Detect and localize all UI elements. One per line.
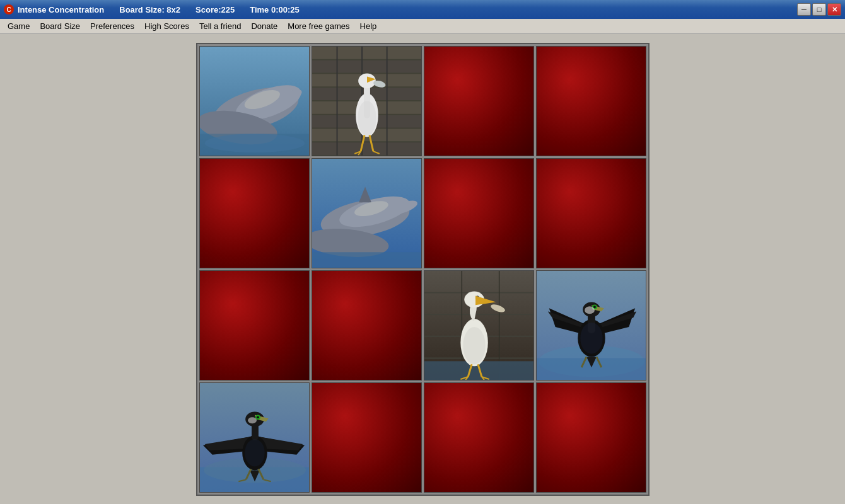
svg-line-176: [424, 400, 533, 413]
svg-line-189: [537, 451, 646, 464]
card-4[interactable]: [199, 158, 310, 268]
svg-rect-173: [312, 383, 421, 492]
svg-rect-163: [312, 383, 421, 492]
card-3[interactable]: [536, 46, 646, 156]
svg-line-100: [200, 328, 309, 340]
svg-point-157: [248, 417, 257, 423]
svg-line-109: [312, 318, 421, 330]
svg-line-64: [237, 159, 262, 268]
svg-rect-33: [424, 47, 533, 156]
svg-rect-57: [200, 159, 309, 268]
svg-line-94: [602, 159, 627, 268]
menu-game[interactable]: Game: [3, 19, 35, 33]
card-8[interactable]: [199, 270, 310, 381]
svg-line-187: [537, 414, 646, 427]
svg-rect-174: [424, 383, 533, 492]
card-11[interactable]: [536, 270, 646, 381]
menu-help[interactable]: Help: [355, 19, 382, 33]
svg-rect-10: [312, 47, 421, 59]
svg-line-79: [424, 214, 533, 224]
svg-line-169: [312, 481, 421, 492]
svg-line-42: [486, 47, 511, 156]
svg-rect-17: [312, 142, 421, 155]
svg-line-181: [443, 383, 468, 492]
menu-more-free-games[interactable]: More free games: [283, 19, 354, 33]
card-15[interactable]: [536, 382, 646, 493]
svg-line-104: [271, 271, 296, 380]
svg-line-171: [351, 383, 376, 492]
svg-line-98: [200, 290, 309, 303]
svg-rect-95: [537, 159, 646, 268]
game-board: [196, 43, 650, 496]
svg-line-111: [312, 355, 421, 367]
svg-line-180: [424, 475, 533, 488]
svg-rect-86: [537, 159, 646, 268]
svg-line-47: [537, 65, 646, 77]
svg-rect-32: [424, 47, 533, 156]
card-10[interactable]: [424, 270, 534, 381]
svg-line-53: [568, 47, 593, 156]
card-0[interactable]: [199, 46, 310, 156]
title-bar: C Intense Concentration Board Size: 8x2 …: [0, 0, 845, 19]
svg-line-60: [200, 199, 309, 212]
card-13[interactable]: [312, 382, 422, 493]
svg-line-192: [579, 383, 604, 492]
svg-line-82: [436, 159, 462, 268]
menu-preferences[interactable]: Preferences: [85, 19, 139, 33]
svg-line-168: [312, 462, 421, 475]
svg-line-101: [200, 346, 309, 359]
svg-line-186: [537, 395, 646, 408]
minimize-button[interactable]: ─: [797, 3, 811, 16]
svg-line-49: [537, 102, 646, 115]
svg-line-167: [312, 444, 421, 456]
svg-line-177: [424, 419, 533, 432]
svg-line-84: [499, 159, 524, 268]
card-1[interactable]: [312, 46, 422, 156]
svg-line-190: [537, 470, 646, 483]
card-7[interactable]: [536, 158, 646, 268]
svg-line-88: [537, 183, 646, 196]
svg-line-193: [610, 383, 635, 492]
svg-rect-185: [537, 383, 646, 492]
menu-donate[interactable]: Donate: [246, 19, 283, 33]
svg-line-35: [424, 65, 533, 77]
svg-point-129: [463, 326, 486, 364]
svg-rect-75: [424, 159, 533, 268]
svg-line-175: [424, 383, 533, 394]
card-9[interactable]: [312, 270, 422, 381]
svg-line-179: [424, 456, 533, 469]
svg-line-52: [537, 47, 562, 156]
time-display: Time 0:00:25: [250, 5, 300, 14]
svg-rect-56: [537, 47, 646, 156]
card-2[interactable]: [424, 46, 534, 156]
menu-high-scores[interactable]: High Scores: [139, 19, 194, 33]
card-14[interactable]: [424, 382, 534, 493]
svg-rect-7: [200, 134, 309, 156]
close-button[interactable]: ✕: [827, 3, 841, 16]
svg-line-170: [319, 383, 344, 492]
svg-point-30: [358, 101, 376, 135]
svg-point-144: [593, 306, 595, 308]
svg-point-162: [245, 438, 265, 466]
svg-rect-66: [200, 159, 309, 268]
svg-line-97: [200, 272, 309, 284]
card-12[interactable]: [199, 382, 310, 493]
svg-line-166: [312, 425, 421, 438]
card-6[interactable]: [424, 158, 534, 268]
menu-tell-a-friend[interactable]: Tell a friend: [194, 19, 246, 33]
svg-rect-85: [424, 159, 533, 268]
svg-line-108: [312, 299, 421, 311]
svg-line-65: [268, 159, 293, 268]
maximize-button[interactable]: □: [812, 3, 826, 16]
svg-line-51: [537, 143, 646, 156]
card-5[interactable]: [312, 158, 422, 268]
svg-rect-184: [424, 383, 533, 492]
menu-board-size[interactable]: Board Size: [35, 19, 85, 33]
svg-rect-44: [424, 47, 533, 156]
svg-rect-105: [200, 271, 309, 380]
svg-line-178: [424, 437, 533, 450]
svg-line-114: [390, 271, 415, 380]
game-area: [0, 34, 845, 504]
svg-line-182: [474, 383, 499, 492]
svg-line-99: [200, 309, 309, 322]
